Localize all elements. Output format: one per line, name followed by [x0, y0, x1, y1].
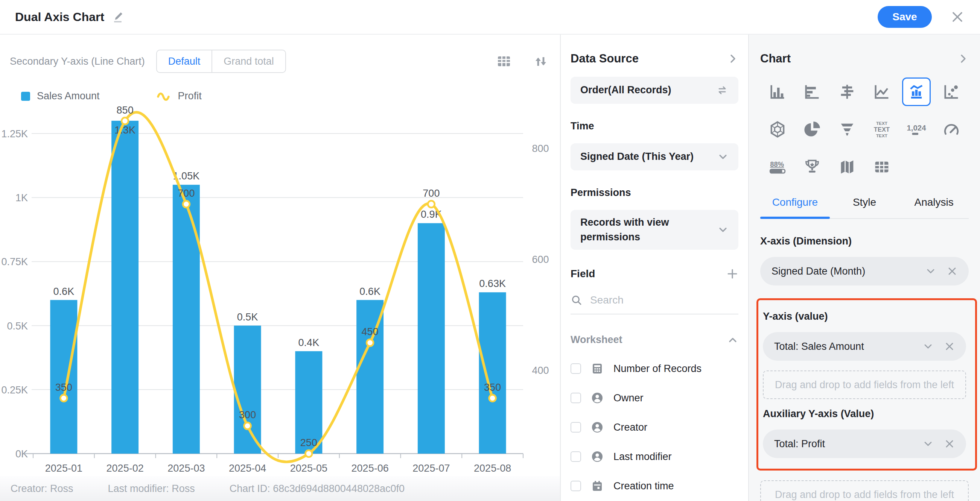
field-name: Number of Records — [613, 363, 702, 375]
pie-chart-icon[interactable] — [798, 115, 826, 144]
x-axis-section-label: X-axis (Dimension) — [760, 235, 969, 247]
time-range-value: Signed Date (This Year) — [580, 149, 699, 164]
remove-field-icon[interactable] — [947, 266, 958, 276]
remove-field-icon[interactable] — [944, 439, 955, 449]
time-label: Time — [571, 120, 738, 132]
chevron-up-icon[interactable] — [727, 335, 738, 346]
field-row-number-of-records[interactable]: Number of Records — [571, 362, 738, 375]
progress-card-icon[interactable]: 88% — [763, 153, 792, 181]
calendar-icon — [591, 480, 604, 492]
svg-text:2025-08: 2025-08 — [474, 463, 511, 474]
time-range-dropdown[interactable]: Signed Date (This Year) — [571, 143, 738, 170]
close-icon[interactable] — [950, 10, 965, 24]
checkbox[interactable] — [571, 481, 581, 491]
chart-pane: Secondary Y-axis (Line Chart) Default Gr… — [0, 35, 561, 501]
svg-text:600: 600 — [532, 254, 549, 265]
combo-chart-icon[interactable] — [902, 78, 931, 106]
field-row-creation-time[interactable]: Creation time — [571, 480, 738, 492]
map-chart-icon[interactable] — [833, 153, 861, 181]
add-field-icon[interactable] — [726, 268, 738, 280]
svg-text:350: 350 — [55, 382, 72, 393]
search-input[interactable] — [590, 294, 738, 306]
y-axis-dropzone[interactable]: Drag and drop to add fields from the lef… — [763, 371, 966, 399]
svg-text:0.5K: 0.5K — [237, 311, 258, 323]
checkbox[interactable] — [571, 363, 581, 374]
collapse-data-source-icon[interactable] — [727, 53, 738, 64]
chart-id-text: Chart ID: 68c3d694d8800448028ac0f0 — [229, 483, 404, 495]
text-card-icon[interactable]: TEXT TEXT TEXT — [867, 115, 896, 144]
trophy-card-icon[interactable] — [798, 153, 826, 181]
bar-chart-icon[interactable] — [798, 78, 826, 106]
person-icon — [591, 450, 604, 463]
aux-y-axis-section-label: Auxiliary Y-axis (Value) — [763, 408, 966, 420]
svg-text:450: 450 — [362, 326, 379, 338]
aux-y-axis-field-value: Total: Profit — [774, 438, 825, 450]
column-chart-icon[interactable] — [763, 78, 792, 106]
last-modifier-text: Last modifier: Ross — [108, 483, 195, 495]
svg-text:250: 250 — [300, 437, 317, 448]
segment-default[interactable]: Default — [157, 51, 212, 72]
permissions-value: Records with view permissions — [580, 215, 705, 244]
svg-text:350: 350 — [484, 382, 501, 393]
number-card-icon[interactable]: 1,024 — [902, 115, 931, 144]
page-title: Dual Axis Chart — [15, 10, 104, 24]
y-axis-field-pill[interactable]: Total: Sales Amount — [763, 332, 966, 361]
save-button[interactable]: Save — [878, 6, 932, 28]
collapse-chart-panel-icon[interactable] — [958, 53, 969, 64]
field-row-owner[interactable]: Owner — [571, 392, 738, 404]
chevron-down-icon[interactable] — [923, 341, 934, 352]
sort-icon[interactable] — [533, 54, 549, 69]
aux-y-axis-field-pill[interactable]: Total: Profit — [763, 430, 966, 458]
field-name: Owner — [613, 392, 644, 404]
data-table-icon[interactable] — [496, 54, 512, 69]
search-divider — [571, 314, 738, 314]
x-axis-field-value: Signed Date (Month) — [772, 266, 865, 277]
field-row-creator[interactable]: Creator — [571, 421, 738, 434]
scatter-chart-icon[interactable] — [937, 78, 966, 106]
config-tabs: Configure Style Analysis — [760, 197, 969, 219]
field-name: Creation time — [613, 480, 674, 492]
table-chart-icon[interactable] — [867, 153, 896, 181]
svg-text:2025-01: 2025-01 — [45, 463, 83, 474]
remove-field-icon[interactable] — [944, 341, 955, 352]
aggregation-segmented-control: Default Grand total — [156, 50, 286, 73]
svg-text:0.4K: 0.4K — [298, 337, 320, 348]
y-axis-highlight-box: Y-axis (value) Total: Sales Amount Drag … — [756, 298, 977, 471]
y-axis-section-label: Y-axis (value) — [763, 311, 966, 322]
svg-text:0.6K: 0.6K — [53, 286, 75, 297]
checkbox[interactable] — [571, 422, 581, 433]
svg-text:2025-03: 2025-03 — [167, 463, 205, 474]
segment-grand-total[interactable]: Grand total — [212, 51, 285, 72]
data-source-title: Data Source — [571, 52, 639, 65]
chart-toolbar: Secondary Y-axis (Line Chart) Default Gr… — [10, 50, 549, 73]
svg-text:2025-04: 2025-04 — [229, 463, 266, 474]
bidirectional-bar-chart-icon[interactable] — [833, 78, 861, 106]
chevron-down-icon[interactable] — [923, 438, 934, 449]
checkbox[interactable] — [571, 451, 581, 462]
svg-text:TEXT: TEXT — [876, 121, 888, 126]
gauge-chart-icon[interactable] — [937, 115, 966, 144]
radar-chart-icon[interactable] — [763, 115, 792, 144]
secondary-axis-label: Secondary Y-axis (Line Chart) — [10, 55, 145, 67]
field-row-last-modifier[interactable]: Last modifier — [571, 450, 738, 463]
svg-text:300: 300 — [239, 409, 256, 420]
line-chart-icon[interactable] — [867, 78, 896, 106]
permissions-dropdown[interactable]: Records with view permissions — [571, 210, 738, 250]
worksheet-label: Worksheet — [571, 334, 622, 346]
tab-configure[interactable]: Configure — [760, 197, 830, 218]
svg-text:1,024: 1,024 — [907, 124, 927, 132]
checkbox[interactable] — [571, 393, 581, 403]
edit-title-icon[interactable] — [111, 10, 124, 24]
x-axis-field-pill[interactable]: Signed Date (Month) — [760, 257, 969, 285]
svg-text:1K: 1K — [16, 192, 28, 203]
svg-text:800: 800 — [532, 143, 549, 154]
chevron-down-icon[interactable] — [925, 266, 936, 277]
svg-text:700: 700 — [178, 188, 194, 199]
svg-text:0.75K: 0.75K — [1, 256, 28, 268]
data-source-table-selector[interactable]: Order(All Records) — [571, 77, 738, 104]
aux-y-axis-dropzone[interactable]: Drag and drop to add fields from the lef… — [760, 480, 969, 501]
field-name: Creator — [613, 422, 648, 433]
funnel-chart-icon[interactable] — [833, 115, 861, 144]
tab-style[interactable]: Style — [830, 197, 899, 218]
tab-analysis[interactable]: Analysis — [899, 197, 969, 218]
